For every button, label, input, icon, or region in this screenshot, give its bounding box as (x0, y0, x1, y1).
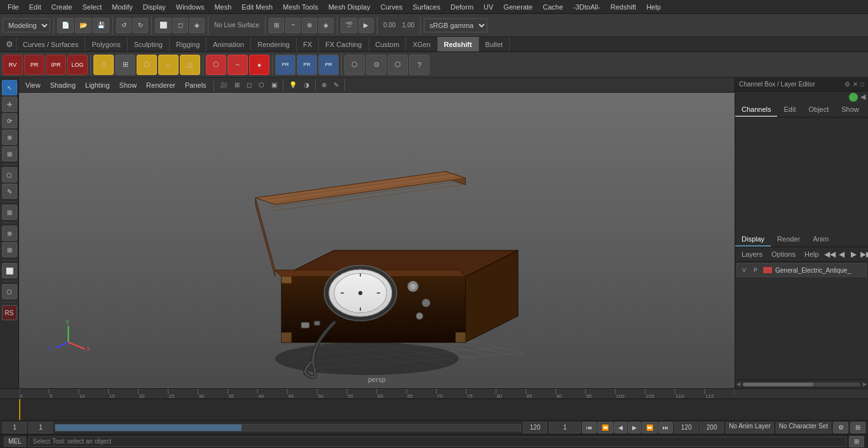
color-space-dropdown[interactable]: sRGB gamma (424, 18, 487, 32)
tab-show[interactable]: Show (835, 103, 865, 117)
tab-object[interactable]: Object (802, 103, 835, 117)
shelf-icon-obj5[interactable]: △ (180, 55, 200, 75)
list-item[interactable]: V P General_Electric_Antique_ (736, 263, 867, 277)
frame-current-field[interactable]: 1 (29, 422, 53, 433)
viewport-menu-show[interactable]: Show (116, 80, 141, 90)
timeline-body[interactable] (0, 399, 868, 420)
redshift-btn[interactable]: RS (2, 305, 17, 320)
viewport-menu-lighting[interactable]: Lighting (81, 80, 114, 90)
paint-btn[interactable]: ✎ (2, 184, 17, 199)
render-region-btn[interactable]: ⬡ (2, 284, 17, 299)
tab-channels[interactable]: Channels (735, 103, 777, 117)
snap-point-button[interactable]: ⊕ (302, 18, 317, 33)
shelf-icon-misc1[interactable]: ⬡ (344, 55, 365, 75)
command-line[interactable]: Select Tool: select an object (29, 437, 846, 447)
anim-extra-btn[interactable]: ⊞ (850, 422, 865, 433)
shelf-icon-ipr2[interactable]: IPR (46, 55, 66, 75)
snap-curve-button[interactable]: ~ (285, 18, 301, 33)
shelf-icon-misc4[interactable]: ? (409, 55, 430, 75)
viewport[interactable]: View Shading Lighting Show Renderer Pane… (19, 78, 735, 388)
snap-surface-button[interactable]: ◈ (318, 18, 334, 33)
module-gear-icon[interactable]: ⚙ (3, 37, 17, 51)
right-panel-maximize-icon[interactable]: □ (860, 81, 864, 88)
tab-fx-caching[interactable]: FX Caching (319, 37, 369, 51)
viewport-menu-panels[interactable]: Panels (181, 80, 210, 90)
menu-edit[interactable]: Edit (24, 2, 46, 12)
vp-icon-texture[interactable]: ▣ (269, 81, 280, 89)
menu-generate[interactable]: Generate (498, 2, 538, 12)
goto-start-btn[interactable]: ⏮ (582, 422, 597, 433)
shelf-icon-pr2[interactable]: PR (297, 55, 317, 75)
tab-rendering[interactable]: Rendering (251, 37, 297, 51)
next-key-btn[interactable]: ⏩ (642, 422, 658, 433)
tab-fx[interactable]: FX (297, 37, 319, 51)
snap-toggle-btn[interactable]: ⊕ (2, 226, 17, 241)
anim-layer-dropdown[interactable]: No Anim Layer (726, 422, 774, 433)
tab-edit[interactable]: Edit (777, 103, 802, 117)
menu-create[interactable]: Create (46, 2, 78, 12)
tab-redshift[interactable]: Redshift (438, 37, 479, 51)
shelf-icon-pr1[interactable]: PR (275, 55, 295, 75)
universal-manip-btn[interactable]: ⊞ (2, 146, 17, 161)
layer-color-swatch[interactable] (763, 266, 773, 274)
rotate-tool-btn[interactable]: ⟳ (2, 113, 17, 128)
frame-end-field[interactable]: 120 (523, 422, 547, 433)
render-view-button[interactable]: 🎬 (341, 18, 357, 33)
timeline-ruler[interactable] (0, 389, 868, 399)
layers-menu-btn[interactable]: Layers (738, 249, 766, 259)
play-back-btn[interactable]: ◀ (614, 422, 627, 433)
tab-anim[interactable]: Anim (806, 233, 835, 247)
menu-curves[interactable]: Curves (376, 2, 408, 12)
layers-arrow-right-right[interactable]: ▶▶ (860, 248, 868, 260)
open-file-button[interactable]: 📂 (75, 18, 92, 33)
shelf-icon-red1[interactable]: ⬡ (206, 55, 226, 75)
snap-grid-button[interactable]: ⊞ (269, 18, 284, 33)
options-menu-btn[interactable]: Options (768, 249, 799, 259)
tab-curves-surfaces[interactable]: Curves / Surfaces (17, 37, 85, 51)
frame-start-field[interactable]: 1 (3, 422, 27, 433)
shelf-icon-ipr1[interactable]: PR (24, 55, 44, 75)
vp-icon-shadow[interactable]: ◑ (301, 81, 312, 89)
menu-file[interactable]: File (3, 2, 24, 12)
menu-mesh-tools[interactable]: Mesh Tools (278, 2, 323, 12)
vp-icon-smooth[interactable]: ⬡ (256, 81, 267, 89)
tab-animation[interactable]: Animation (207, 37, 251, 51)
menu-help[interactable]: Help (641, 2, 666, 12)
vp-icon-pivot[interactable]: ⊕ (319, 81, 329, 89)
scroll-right-icon[interactable]: ▶ (863, 381, 867, 387)
vp-icon-paint[interactable]: ✎ (331, 81, 341, 89)
lasso-tool-button[interactable]: ◻ (173, 18, 188, 33)
shelf-icon-red2[interactable]: ~ (227, 55, 248, 75)
paint-sel-button[interactable]: ◈ (189, 18, 205, 33)
menu-display[interactable]: Display (138, 2, 171, 12)
script-editor-btn[interactable]: ⊞ (849, 436, 864, 447)
soft-sel-btn[interactable]: ⬡ (2, 167, 17, 182)
right-panel-settings-icon[interactable]: ⚙ (844, 81, 850, 88)
shelf-icon-rlog[interactable]: LOG (67, 55, 88, 75)
shelf-icon-misc2[interactable]: ⊙ (366, 55, 386, 75)
vp-icon-lights[interactable]: 💡 (287, 81, 299, 89)
anim-settings-btn[interactable]: ⚙ (833, 422, 848, 433)
tab-custom[interactable]: Custom (369, 37, 407, 51)
grid-toggle-btn[interactable]: ⊞ (2, 242, 17, 257)
tab-render[interactable]: Render (771, 233, 806, 247)
menu-edit-mesh[interactable]: Edit Mesh (236, 2, 278, 12)
shelf-icon-obj3[interactable]: ⬡ (137, 55, 157, 75)
scroll-left-icon[interactable]: ◀ (736, 381, 740, 387)
menu-3dtoall[interactable]: -3DtoAll- (568, 2, 606, 12)
shelf-icon-pr3[interactable]: PR (318, 55, 339, 75)
vp-icon-wireframe[interactable]: ◻ (244, 81, 254, 89)
menu-uv[interactable]: UV (478, 2, 498, 12)
redo-button[interactable]: ↻ (133, 18, 148, 33)
timeline-slider[interactable] (55, 424, 521, 431)
tab-sculpting[interactable]: Sculpting (128, 37, 170, 51)
layer-p-toggle[interactable]: P (751, 267, 760, 273)
menu-redshift[interactable]: Redshift (606, 2, 641, 12)
tab-display[interactable]: Display (735, 233, 771, 247)
shelf-icon-obj4[interactable]: ○ (158, 55, 179, 75)
menu-modify[interactable]: Modify (107, 2, 137, 12)
menu-mesh[interactable]: Mesh (209, 2, 236, 12)
shelf-icon-rv[interactable]: RV (3, 55, 23, 75)
new-file-button[interactable]: 📄 (57, 18, 74, 33)
panel-arrow-icon[interactable]: ◀ (860, 93, 865, 102)
